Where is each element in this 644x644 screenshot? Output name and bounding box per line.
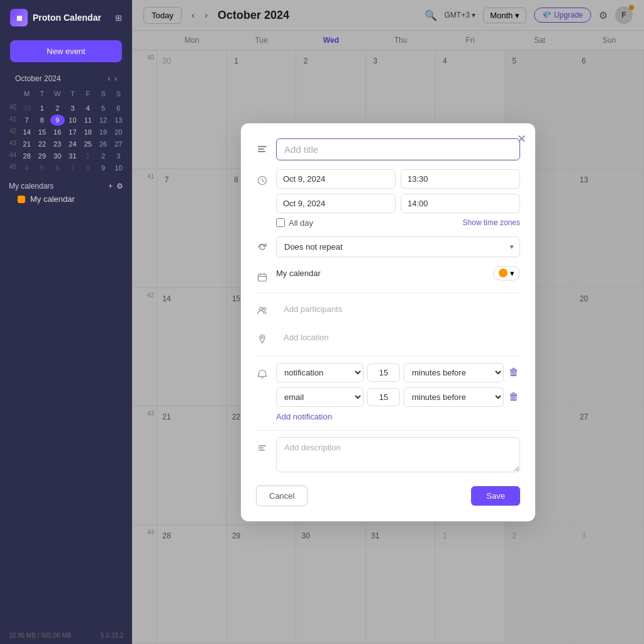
notif-type-select-1[interactable]: notification email bbox=[276, 363, 364, 382]
settings-calendar-icon[interactable]: ⚙ bbox=[116, 182, 123, 191]
svg-rect-0 bbox=[258, 146, 267, 147]
mini-cal-cell[interactable]: 3 bbox=[65, 103, 80, 114]
mini-cal-cell[interactable]: 3 bbox=[111, 150, 126, 162]
mini-cal-cell[interactable]: 10 bbox=[111, 162, 126, 174]
my-calendars-label: My calendars bbox=[9, 182, 53, 191]
event-title-input[interactable] bbox=[276, 138, 520, 160]
mini-cal-cell[interactable]: 9 bbox=[96, 162, 110, 174]
calendar-color-indicator bbox=[18, 196, 25, 203]
notif-type-select-2[interactable]: notification email bbox=[276, 387, 364, 407]
mini-cal-cell[interactable]: 30 bbox=[50, 150, 65, 162]
mini-cal-cell[interactable]: 27 bbox=[111, 138, 126, 150]
sidebar-header: ▦ Proton Calendar ⊞ bbox=[0, 0, 132, 35]
mini-cal-cell[interactable]: 1 bbox=[80, 150, 95, 162]
storage-info: 10.86 MB / 500.00 MB bbox=[9, 632, 72, 639]
mini-cal-cell[interactable]: 11 bbox=[80, 114, 95, 126]
allday-label: All day bbox=[289, 218, 313, 228]
start-date-input[interactable] bbox=[276, 169, 396, 189]
add-notification-button[interactable]: Add notification bbox=[276, 412, 332, 421]
mini-cal-cell[interactable]: 2 bbox=[96, 150, 110, 162]
mini-cal-cell[interactable]: 4 bbox=[19, 162, 34, 174]
mini-cal-cell[interactable]: 16 bbox=[50, 126, 65, 138]
notif-time-input-2[interactable] bbox=[367, 388, 400, 406]
end-date-input[interactable] bbox=[276, 194, 396, 213]
new-event-button[interactable]: New event bbox=[10, 40, 122, 62]
form-row-notifications: notification email minutes before hours … bbox=[256, 363, 520, 421]
notif-delete-button-1[interactable]: 🗑 bbox=[508, 365, 520, 379]
my-calendars-header[interactable]: My calendars + ⚙ bbox=[9, 182, 123, 191]
description-textarea[interactable] bbox=[276, 437, 520, 472]
form-row-participants bbox=[256, 299, 520, 319]
mini-cal-cell[interactable]: 10 bbox=[65, 114, 80, 126]
grid-icon[interactable]: ⊞ bbox=[115, 13, 122, 23]
mini-cal-cell[interactable]: 15 bbox=[35, 126, 49, 138]
svg-rect-10 bbox=[258, 450, 265, 451]
calendar-row: My calendar ▾ bbox=[276, 266, 520, 280]
mini-cal-cell[interactable]: 5 bbox=[35, 162, 49, 174]
mini-cal-cell[interactable]: 7 bbox=[19, 114, 34, 126]
mini-cal-cell-today[interactable]: 9 bbox=[50, 114, 65, 126]
calendar-orange-dot bbox=[499, 269, 508, 277]
mini-cal-cell[interactable]: 4 bbox=[80, 103, 95, 114]
save-button[interactable]: Save bbox=[471, 486, 520, 506]
app-version: 5.0.33.2 bbox=[101, 632, 123, 639]
allday-checkbox[interactable] bbox=[276, 218, 285, 227]
svg-rect-2 bbox=[258, 151, 265, 152]
mini-cal-cell[interactable]: 30 bbox=[19, 103, 34, 114]
mini-cal-cell[interactable]: 19 bbox=[96, 126, 110, 138]
location-content bbox=[276, 328, 520, 347]
mini-cal-cell[interactable]: 6 bbox=[111, 103, 126, 114]
show-timezones-link[interactable]: Show time zones bbox=[463, 218, 520, 227]
mini-cal-prev[interactable]: ‹ bbox=[108, 74, 110, 83]
mini-cal-cell[interactable]: 25 bbox=[80, 138, 95, 150]
notif-unit-select-1[interactable]: minutes before hours before days before bbox=[404, 363, 504, 382]
datetime-content: All day Show time zones bbox=[276, 169, 520, 228]
add-calendar-icon[interactable]: + bbox=[108, 182, 113, 191]
mini-cal-cell[interactable]: 23 bbox=[50, 138, 65, 150]
svg-rect-1 bbox=[258, 148, 264, 150]
mini-cal-cell[interactable]: 8 bbox=[80, 162, 95, 174]
participants-icon bbox=[256, 304, 269, 317]
notif-delete-button-2[interactable]: 🗑 bbox=[508, 390, 520, 404]
mini-cal-cell[interactable]: 1 bbox=[35, 103, 49, 114]
repeat-select-wrapper: Does not repeat Every day Every week Eve… bbox=[276, 236, 520, 257]
mini-calendar: October 2024 ‹ › M T W T F S S 40 30 1 2… bbox=[0, 67, 132, 174]
calendar-content: My calendar ▾ bbox=[276, 266, 520, 280]
form-row-description bbox=[256, 437, 520, 474]
mini-cal-cell[interactable]: 14 bbox=[19, 126, 34, 138]
mini-cal-cell[interactable]: 22 bbox=[35, 138, 49, 150]
repeat-select[interactable]: Does not repeat Every day Every week Eve… bbox=[276, 236, 520, 257]
mini-cal-cell[interactable]: 24 bbox=[65, 138, 80, 150]
mini-cal-cell[interactable]: 31 bbox=[65, 150, 80, 162]
mini-cal-cell[interactable]: 2 bbox=[50, 103, 65, 114]
calendar-icon bbox=[256, 271, 269, 284]
mini-cal-cell[interactable]: 29 bbox=[35, 150, 49, 162]
end-time-input[interactable] bbox=[401, 194, 520, 213]
clock-icon bbox=[256, 174, 269, 187]
mini-cal-cell[interactable]: 20 bbox=[111, 126, 126, 138]
mini-cal-cell[interactable]: 28 bbox=[19, 150, 34, 162]
mini-cal-cell[interactable]: 26 bbox=[96, 138, 110, 150]
mini-cal-cell[interactable]: 12 bbox=[96, 114, 110, 126]
mini-cal-cell[interactable]: 13 bbox=[111, 114, 126, 126]
modal-close-button[interactable]: ✕ bbox=[517, 132, 526, 146]
start-time-input[interactable] bbox=[401, 169, 520, 189]
mini-cal-cell[interactable]: 21 bbox=[19, 138, 34, 150]
participants-input[interactable] bbox=[276, 299, 520, 319]
mini-cal-cell[interactable]: 6 bbox=[50, 162, 65, 174]
notif-time-input-1[interactable] bbox=[367, 364, 400, 382]
mini-cal-cell[interactable]: 8 bbox=[35, 114, 49, 126]
cancel-button[interactable]: Cancel bbox=[256, 486, 308, 506]
mini-cal-cell[interactable]: 5 bbox=[96, 103, 110, 114]
end-datetime-row bbox=[276, 194, 520, 213]
notif-unit-select-2[interactable]: minutes before hours before days before bbox=[404, 387, 504, 407]
mini-cal-days-header: M T W T F S S bbox=[6, 86, 126, 102]
form-row-title bbox=[256, 138, 520, 160]
mini-cal-next[interactable]: › bbox=[114, 74, 117, 83]
mini-cal-cell[interactable]: 18 bbox=[80, 126, 95, 138]
my-calendar-item[interactable]: My calendar bbox=[9, 191, 123, 208]
mini-cal-cell[interactable]: 7 bbox=[65, 162, 80, 174]
calendar-color-button[interactable]: ▾ bbox=[493, 266, 520, 280]
location-input[interactable] bbox=[276, 328, 520, 347]
mini-cal-cell[interactable]: 17 bbox=[65, 126, 80, 138]
